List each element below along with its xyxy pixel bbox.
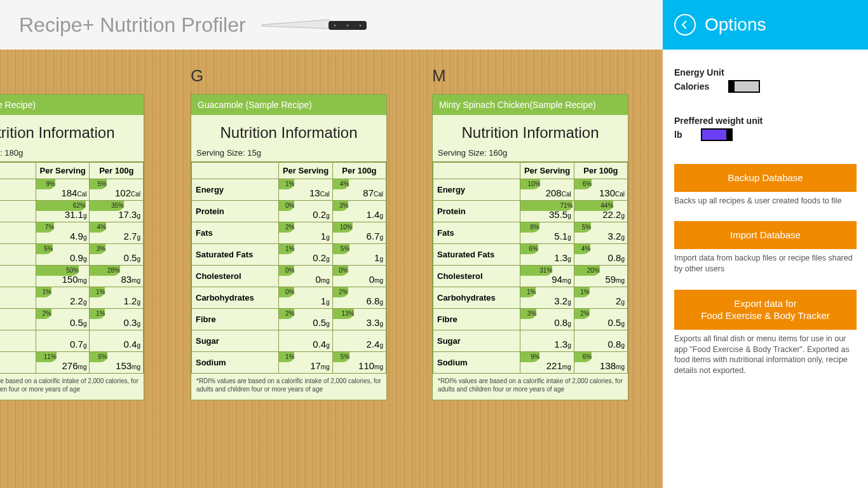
per-100g-value: 0.8g — [574, 330, 627, 352]
serving-size: Serving Size: 160g — [433, 146, 628, 162]
per-100g-value: 2%0.5g — [574, 309, 627, 330]
per-serving-value: 1%3.2g — [520, 287, 574, 309]
rdi-badge: 0% — [279, 266, 294, 276]
nutrition-table: Per ServingPer 100g9%184Cal5%102Cal62%31… — [0, 162, 144, 374]
per-serving-value: 0%1g — [279, 287, 332, 309]
table-row: 11%276mg6%153mg — [0, 352, 144, 374]
rdi-badge: 11% — [36, 352, 57, 362]
export-line2: Food Exercise & Body Tracker — [701, 310, 830, 321]
rdi-badge: 1% — [279, 352, 294, 362]
weight-unit-label: Preffered weight unit — [674, 116, 857, 126]
group-header-m: M — [432, 66, 446, 86]
per-100g-value: 4%2.7g — [90, 222, 144, 244]
rdi-badge: 0% — [279, 201, 294, 211]
per-serving-value: 11%276mg — [36, 352, 90, 374]
table-row: Sodium1%17mg5%110mg — [192, 352, 386, 374]
per-100g-header: Per 100g — [332, 163, 386, 179]
export-line1: Export data for — [734, 298, 796, 309]
rdi-badge: 13% — [333, 309, 355, 319]
table-row: Carbohydrates1%3.2g1%2g — [433, 287, 628, 309]
nutrient-name: Fibre — [433, 309, 520, 330]
per-100g-value: 3%0.5g — [90, 244, 144, 266]
nutrient-name: Sodium — [192, 352, 279, 374]
per-100g-value: 44%22.2g — [574, 201, 627, 222]
table-row: Saturated Fats1%0.2g5%1g — [192, 244, 386, 266]
nutrient-name — [0, 201, 36, 222]
weight-unit-toggle[interactable] — [701, 128, 733, 141]
rdi-badge: 5% — [333, 352, 350, 362]
recipe-card[interactable]: ken(Sample Recipe)Nutrition InformationS… — [0, 94, 144, 400]
options-panel: Options Energy Unit Calories Preffered w… — [663, 0, 868, 488]
rdi-badge: 4% — [90, 222, 106, 233]
rdi-badge: 1% — [90, 309, 105, 319]
table-row: Fibre3%0.8g2%0.5g — [433, 309, 628, 330]
per-100g-value: 10%6.7g — [332, 222, 386, 244]
table-row: 2%0.5g1%0.3g — [0, 309, 144, 330]
rdi-badge: 4% — [333, 179, 349, 189]
nutrient-name — [0, 179, 36, 201]
rdi-badge: 1% — [36, 287, 51, 297]
table-row: 7%4.9g4%2.7g — [0, 222, 144, 244]
nutrient-name: Sugar — [433, 330, 520, 352]
rdi-badge: 28% — [90, 266, 119, 276]
nutrient-name: Energy — [433, 179, 520, 201]
energy-unit-value: Calories — [674, 81, 709, 92]
rdi-badge: 1% — [279, 179, 294, 189]
backup-description: Backs up all recipes & user created food… — [674, 196, 857, 207]
rdi-badge: 3% — [520, 309, 536, 319]
import-database-button[interactable]: Import Database — [674, 221, 857, 249]
nutrient-name: Protein — [192, 201, 279, 222]
per-100g-value: 5%110mg — [332, 352, 386, 374]
rdi-badge: 2% — [36, 309, 51, 319]
table-row: Fats2%1g10%6.7g — [192, 222, 386, 244]
per-serving-value: 5%0.9g — [36, 244, 90, 266]
per-100g-value: 0.4g — [90, 330, 144, 352]
rdi-badge: 20% — [574, 266, 600, 276]
svg-point-3 — [359, 25, 361, 27]
rdi-badge: 0% — [279, 287, 294, 297]
rdi-badge: 3% — [333, 201, 349, 211]
nutrient-name: Protein — [433, 201, 520, 222]
table-row: Cholesterol0%0mg0%0mg — [192, 266, 386, 287]
app-title: Recipe+ Nutrition Profiler — [19, 13, 246, 37]
options-body: Energy Unit Calories Preffered weight un… — [663, 50, 868, 388]
rdi-badge: 62% — [36, 201, 86, 211]
per-serving-value: 1%0.2g — [279, 244, 332, 266]
rdi-badge: 6% — [520, 244, 538, 254]
per-100g-header: Per 100g — [574, 163, 627, 179]
per-100g-value: 35%17.3g — [90, 201, 144, 222]
per-serving-value: 10%208Cal — [520, 179, 574, 201]
rdi-badge: 7% — [36, 222, 54, 233]
rdi-badge: 9% — [520, 352, 539, 362]
per-serving-value: 8%5.1g — [520, 222, 574, 244]
per-100g-value: 6%138mg — [574, 352, 627, 374]
nutrient-name: Carbohydrates — [433, 287, 520, 309]
serving-size: Serving Size: 15g — [191, 146, 386, 162]
energy-unit-toggle[interactable] — [728, 80, 760, 93]
table-row: 0.7g0.4g — [0, 330, 144, 352]
per-serving-value: 50%150mg — [36, 266, 90, 287]
per-100g-value: 1%2g — [574, 287, 627, 309]
per-100g-value: 5%3.2g — [574, 222, 627, 244]
recipe-title: ken(Sample Recipe) — [0, 95, 144, 115]
nutrient-name: Fats — [433, 222, 520, 244]
per-serving-header: Per Serving — [279, 163, 332, 179]
table-row: rates1%2.2g1%1.2g — [0, 287, 144, 309]
table-row: 62%31.1g35%17.3g — [0, 201, 144, 222]
per-serving-value: 0%0.2g — [279, 201, 332, 222]
rdi-badge: 1% — [90, 287, 105, 297]
export-data-button[interactable]: Export data for Food Exercise & Body Tra… — [674, 290, 857, 330]
nutrition-table: Per ServingPer 100gEnergy1%13Cal4%87CalP… — [191, 162, 386, 374]
back-button[interactable] — [674, 14, 696, 36]
table-row: Cholesterol31%94mg20%59mg — [433, 266, 628, 287]
recipe-card[interactable]: Guacamole (Sample Recipe)Nutrition Infor… — [191, 94, 387, 400]
rdi-badge: 2% — [574, 309, 590, 319]
table-row: Sodium9%221mg6%138mg — [433, 352, 628, 374]
backup-database-button[interactable]: Backup Database — [674, 164, 857, 192]
nutrient-name: Fats — [192, 222, 279, 244]
recipe-card[interactable]: Minty Spinach Chicken(Sample Recipe)Nutr… — [432, 94, 628, 400]
group-header-g: G — [191, 66, 203, 86]
table-row: Fats5%0.9g3%0.5g — [0, 244, 144, 266]
per-100g-value: 2.4g — [332, 330, 386, 352]
per-100g-header: Per 100g — [90, 163, 144, 179]
